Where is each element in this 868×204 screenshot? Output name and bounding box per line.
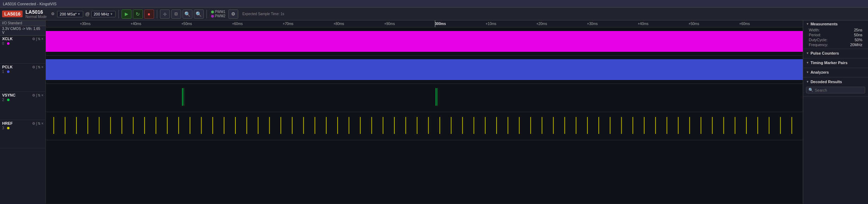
href-waveform-svg [46,112,803,140]
svg-rect-15 [178,117,179,134]
svg-rect-66 [757,117,758,134]
signal-label-xclk: XCLK ⚙ ∫ ⇅ × 0 [0,36,45,64]
pulse-counters-title[interactable]: ▼ Pulse Counters [803,50,868,57]
svg-rect-2 [436,88,436,106]
pclk-move-icon[interactable]: ⇅ [38,65,41,69]
measurement-frequency: Frequency: 20MHz [803,42,868,47]
href-wave-icon[interactable]: ∫ [36,122,37,125]
svg-rect-20 [235,117,236,134]
pclk-wave-icon[interactable]: ∫ [36,65,37,69]
svg-rect-45 [519,117,520,134]
tick-40ms-2: +40ms [638,22,648,26]
xclk-close-icon[interactable]: × [41,37,43,41]
href-name: HREF [2,121,13,125]
vsync-name: VSYNC [2,93,16,97]
decoded-results-search[interactable]: 🔍 [806,87,865,93]
svg-rect-4 [53,117,54,134]
tick-80ms: +80ms [333,22,344,26]
svg-rect-14 [167,117,168,134]
tick-30ms-1: +30ms [80,22,91,26]
svg-rect-51 [587,117,588,134]
run-button[interactable]: ▶ [122,10,131,19]
signal-label-href: HREF ⚙ ∫ ⇅ × 3 [0,120,45,148]
pclk-gear-icon[interactable]: ⚙ [32,65,35,69]
pclk-close-icon[interactable]: × [41,65,43,69]
pclk-name: PCLK [2,65,13,69]
width-key: Width: [809,28,820,32]
tick-60ms-1: +60ms [232,22,242,26]
svg-rect-35 [405,117,406,134]
stop-button[interactable]: ■ [144,10,154,19]
tick-90ms: +90ms [384,22,395,26]
sep3 [207,10,207,18]
svg-rect-8 [99,117,99,134]
svg-rect-60 [689,117,690,134]
xclk-track [46,27,803,56]
svg-rect-30 [349,117,349,134]
pwm-controls: PWM1 PWM2 [211,10,226,18]
pclk-color-dot [7,70,10,73]
run-once-button[interactable]: ↻ [133,10,143,19]
href-move-icon[interactable]: ⇅ [38,122,41,125]
pwm1-dot [211,11,214,13]
svg-rect-17 [201,117,202,134]
svg-rect-3 [437,88,438,106]
href-color-dot [7,127,10,129]
xclk-move-icon[interactable]: ⇅ [38,37,41,41]
signal-list: I/O Standard 3.3V CMOS -> Vth: 1.65 V XC… [0,20,46,204]
xclk-gear-icon[interactable]: ⚙ [32,37,35,41]
decoded-results-section: ▼ Decoded Results 🔍 [803,78,868,97]
cursor-button[interactable]: ⊹ [160,10,170,19]
measurement-period: Period: 50ns [803,32,868,37]
zoom-out-button[interactable]: 🔍 [194,10,204,19]
zoom-in-button[interactable]: 🔍 [183,10,192,19]
svg-rect-56 [644,117,645,134]
vsync-gear-icon[interactable]: ⚙ [32,93,35,97]
svg-rect-21 [246,117,247,134]
svg-rect-38 [439,117,440,134]
search-icon: 🔍 [808,88,813,92]
freq-selector[interactable]: 200 MHz ▼ [91,11,116,17]
settings-button[interactable]: ⚙ [228,10,238,19]
svg-rect-11 [133,117,134,134]
vsync-wave-icon[interactable]: ∫ [36,93,37,97]
title-bar: LA5016 Connected - KingstVIS [0,0,868,8]
timing-marker-pairs-chevron: ▼ [806,61,809,64]
svg-rect-26 [303,117,304,134]
io-standard-label: I/O Standard [0,20,45,26]
xclk-wave-icon[interactable]: ∫ [36,37,37,41]
svg-rect-41 [474,117,474,134]
pwm1-label: PWM1 [215,10,226,14]
vsync-move-icon[interactable]: ⇅ [38,93,41,97]
sep1 [118,10,119,18]
search-input[interactable] [815,88,863,92]
svg-rect-48 [553,117,554,134]
svg-rect-58 [666,117,667,134]
svg-rect-0 [182,88,183,106]
xclk-waveform [46,31,803,52]
waveform-area[interactable]: +30ms +40ms +50ms +60ms +70ms +80ms +90m… [46,20,803,204]
svg-rect-18 [213,117,213,134]
svg-rect-9 [110,117,111,134]
analyzers-title[interactable]: ▼ Analyzers [803,69,868,76]
device-settings-button[interactable]: ⚙ [50,11,56,17]
decoded-results-title[interactable]: ▼ Decoded Results [803,78,868,85]
timing-marker-pairs-title[interactable]: ▼ Timing Marker Pairs [803,59,868,66]
href-close-icon[interactable]: × [41,122,43,125]
zoom-fit-button[interactable]: ⊡ [171,10,181,19]
svg-rect-53 [610,117,610,134]
device-name: LA5016 [25,9,46,15]
svg-rect-64 [735,117,735,134]
href-gear-icon[interactable]: ⚙ [32,122,35,125]
measurements-title[interactable]: ▼ Measurements [803,20,868,27]
svg-rect-52 [598,117,599,134]
vsync-ch-num: 2 [2,98,6,102]
tick-30ms-2: +30ms [587,22,598,26]
svg-rect-12 [144,117,145,134]
vsync-close-icon[interactable]: × [41,93,43,97]
tick-70ms: +70ms [283,22,293,26]
sample-rate-selector[interactable]: 200 MSa* ▼ [57,11,83,17]
measurement-width: Width: 25ns [803,27,868,32]
tick-10ms-2: +10ms [486,22,496,26]
svg-rect-67 [769,117,769,134]
